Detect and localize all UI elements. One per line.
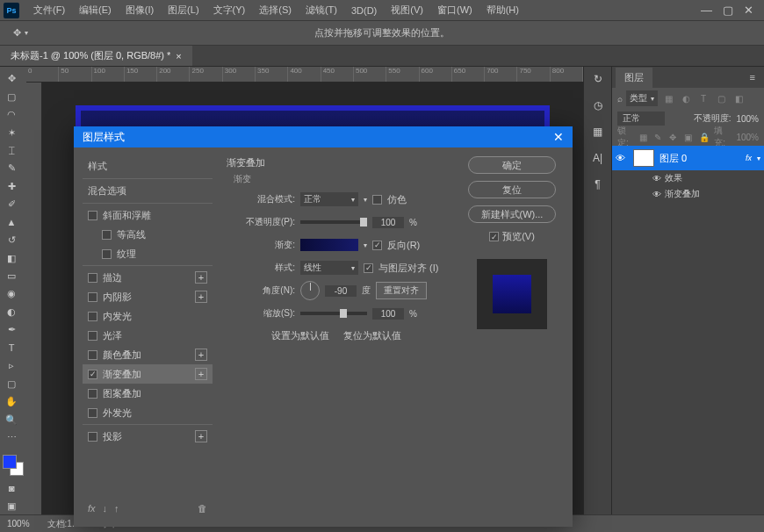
checkbox[interactable] [88,273,97,283]
color-swatches[interactable] [3,455,24,476]
fx-menu-icon[interactable]: fx [88,503,96,514]
marquee-tool[interactable]: ▢ [0,88,23,104]
add-icon[interactable]: + [195,430,207,442]
angle-input[interactable]: -90 [325,285,357,297]
align-checkbox[interactable]: ✓ [364,263,373,273]
document-tab[interactable]: 未标题-1 @ 100% (图层 0, RGB/8#) * × [0,46,192,66]
collapse-icon[interactable]: ▾ [757,155,760,162]
visibility-icon[interactable]: 👁 [616,153,628,163]
checkbox[interactable] [88,408,97,418]
tab-close-icon[interactable]: × [176,51,181,61]
path-tool[interactable]: ▹ [0,357,23,374]
style-texture[interactable]: 纹理 [83,244,213,263]
type-tool[interactable]: T [0,340,23,356]
style-inner-glow[interactable]: 内发光 [83,306,213,326]
menu-view[interactable]: 视图(V) [384,4,430,17]
shape-tool[interactable]: ▢ [0,375,23,392]
layer-name[interactable]: 图层 0 [659,152,740,165]
checkbox[interactable] [88,312,97,321]
lasso-tool[interactable]: ◠ [0,106,23,123]
style-stroke[interactable]: 描边+ [83,268,213,287]
fill-value[interactable]: 100% [736,133,759,142]
maximize-icon[interactable]: ▢ [723,4,733,17]
filter-adjust-icon[interactable]: ◐ [679,92,693,104]
styles-header[interactable]: 样式 [83,156,213,176]
trash-icon[interactable]: 🗑 [198,503,207,514]
dropdown-icon[interactable]: ▾ [25,29,28,37]
filter-smart-icon[interactable]: ◧ [732,92,746,104]
fx-gradient-overlay[interactable]: 👁 渐变叠加 [612,186,764,202]
minimize-icon[interactable]: — [701,4,712,17]
filter-image-icon[interactable]: ▦ [661,92,675,104]
checkbox[interactable] [88,211,97,220]
more-tools[interactable]: ⋯ [0,429,23,446]
blend-mode-select[interactable]: 正常 [617,111,665,126]
fx-effects-label[interactable]: 👁 效果 [612,170,764,186]
panel-menu-icon[interactable]: ≡ [745,72,760,83]
filter-shape-icon[interactable]: ▢ [714,92,728,104]
history-brush-tool[interactable]: ↺ [0,232,23,248]
layers-tab[interactable]: 图层 [616,68,652,88]
cancel-button[interactable]: 复位 [468,181,556,198]
add-icon[interactable]: + [195,368,207,380]
opacity-input[interactable]: 100 [372,217,404,228]
screenmode-tool[interactable]: ▣ [0,498,23,514]
reverse-checkbox[interactable]: ✓ [372,241,382,250]
menu-help[interactable]: 帮助(H) [479,4,526,17]
lock-move-icon[interactable]: ✥ [669,133,681,142]
eye-icon[interactable]: 👁 [652,174,661,183]
stamp-tool[interactable]: ▲ [0,214,23,231]
checkbox[interactable] [102,249,112,259]
style-pattern-overlay[interactable]: 图案叠加 [83,384,213,403]
opacity-slider[interactable] [300,220,367,224]
checkbox[interactable]: ✓ [88,370,97,379]
blending-options[interactable]: 混合选项 [83,181,213,201]
menu-select[interactable]: 选择(S) [252,4,299,17]
eyedropper-tool[interactable]: ✎ [0,160,23,176]
opacity-value[interactable]: 100% [736,114,759,124]
menu-3d[interactable]: 3D(D) [344,5,384,16]
checkbox[interactable] [88,389,97,399]
menu-layer[interactable]: 图层(L) [161,4,205,17]
menu-filter[interactable]: 滤镜(T) [299,4,344,17]
filter-type-icon[interactable]: T [696,92,710,104]
layer-row[interactable]: 👁 图层 0 fx ▾ [612,146,764,170]
reset-align-button[interactable]: 重置对齐 [376,282,427,299]
angle-dial[interactable] [300,281,320,300]
hand-tool[interactable]: ✋ [0,393,23,410]
blur-tool[interactable]: ◉ [0,285,23,302]
menu-type[interactable]: 文字(Y) [206,4,253,17]
scale-slider[interactable] [300,312,367,315]
style-inner-shadow[interactable]: 内阴影+ [83,287,213,306]
checkbox[interactable] [88,432,97,442]
gradient-tool[interactable]: ▭ [0,268,23,284]
close-icon[interactable]: ✕ [744,4,753,17]
checkbox[interactable] [88,292,97,302]
style-gradient-overlay[interactable]: ✓渐变叠加+ [83,364,213,384]
crop-tool[interactable]: ⌶ [0,142,23,159]
para-panel-icon[interactable]: ¶ [588,176,608,193]
reset-default-button[interactable]: 复位为默认值 [343,329,401,342]
fg-color-swatch[interactable] [3,455,17,469]
move-tool-icon[interactable]: ✥ [7,24,26,43]
checkbox[interactable] [102,230,112,240]
menu-window[interactable]: 窗口(W) [430,4,479,17]
eye-icon[interactable]: 👁 [652,190,661,199]
layer-fx-badge[interactable]: fx [746,154,752,162]
style-drop-shadow[interactable]: 投影+ [83,427,213,446]
char-panel-icon[interactable]: A| [588,149,608,167]
healing-tool[interactable]: ✚ [0,178,23,195]
pen-tool[interactable]: ✒ [0,321,23,338]
new-style-button[interactable]: 新建样式(W)... [468,205,556,223]
lock-artboard-icon[interactable]: ▣ [684,133,696,142]
checkbox[interactable] [88,331,97,341]
style-contour[interactable]: 等高线 [83,225,213,244]
gradient-style-select[interactable]: 线性▾ [300,261,358,275]
dialog-close-icon[interactable]: ✕ [553,130,564,144]
style-bevel[interactable]: 斜面和浮雕 [83,205,213,225]
styles-panel-icon[interactable]: ▦ [588,123,608,140]
layer-thumbnail[interactable] [633,149,654,167]
lock-brush-icon[interactable]: ✎ [654,133,666,142]
history-panel-icon[interactable]: ↻ [588,70,608,88]
arrow-down-icon[interactable]: ↓ [103,503,108,514]
